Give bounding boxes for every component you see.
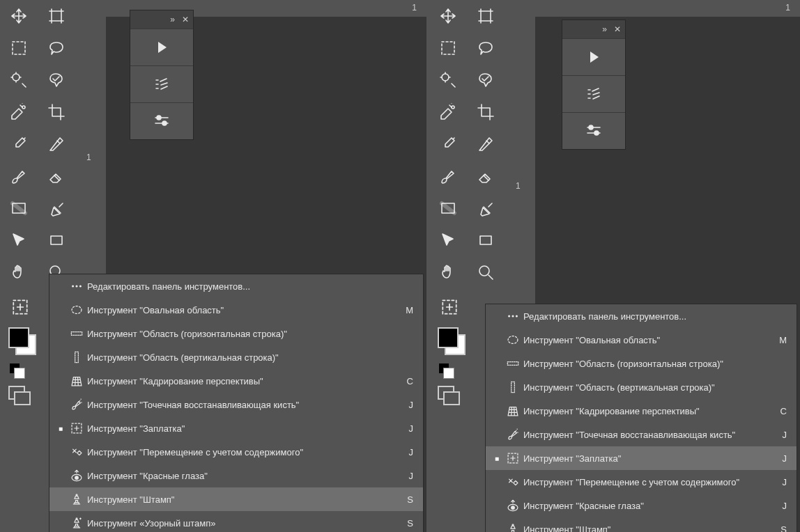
- quick-select-tool[interactable]: [0, 64, 38, 96]
- rect-marquee-tool[interactable]: [429, 32, 467, 64]
- flyout-item[interactable]: Инструмент "Область (вертикальная строка…: [49, 345, 423, 369]
- flyout-item[interactable]: Инструмент "Область (горизонтальная стро…: [49, 322, 423, 345]
- panel-collapse-button[interactable]: »: [170, 15, 175, 24]
- color-swatches[interactable]: [435, 324, 470, 359]
- edit-dots-icon: [66, 279, 87, 293]
- ellipse-marquee-icon: [66, 303, 87, 317]
- rect-marquee-tool[interactable]: [0, 32, 38, 64]
- flyout-item-label: Инструмент "Овальная область": [87, 305, 394, 315]
- crop-tool[interactable]: [38, 96, 75, 128]
- flyout-item[interactable]: ■Инструмент "Заплатка"J: [49, 416, 423, 440]
- patch-icon: [66, 421, 87, 435]
- flyout-item[interactable]: Инструмент "Точечная восстанавливающая к…: [486, 423, 797, 446]
- healing-brush-tool[interactable]: [0, 96, 38, 128]
- eraser-tool[interactable]: [467, 160, 505, 192]
- panel-close-button[interactable]: ✕: [182, 15, 189, 24]
- play-action-button[interactable]: [130, 29, 193, 65]
- flyout-item-shortcut: J: [394, 423, 413, 434]
- panel-collapse-button[interactable]: »: [602, 25, 607, 33]
- quick-select-tool[interactable]: [429, 64, 467, 96]
- col-marquee-icon: [502, 380, 523, 394]
- eraser-tool[interactable]: [38, 160, 75, 192]
- flyout-item-label: Инструмент "Штамп": [87, 494, 394, 505]
- clone-stamp-icon: [66, 492, 87, 506]
- flyout-edit-toolbar[interactable]: Редактировать панель инструментов...: [486, 304, 797, 328]
- play-action-button[interactable]: [562, 38, 625, 75]
- rectangle-shape-tool[interactable]: [38, 224, 75, 256]
- flyout-item-label: Инструмент "Точечная восстанавливающая к…: [523, 430, 767, 440]
- zoom-tool[interactable]: [467, 256, 505, 288]
- ruler-h-tick: 1: [785, 3, 790, 13]
- content-move-icon: [66, 445, 87, 459]
- flyout-item-shortcut: S: [394, 518, 413, 529]
- flyout-item[interactable]: Инструмент "Область (горизонтальная стро…: [486, 352, 797, 375]
- flyout-item-shortcut: C: [767, 406, 787, 416]
- eyedropper-tool[interactable]: [429, 128, 467, 160]
- flyout-item[interactable]: Инструмент "Кадрирование перспективы"C: [49, 369, 423, 393]
- rectangle-shape-tool[interactable]: [467, 224, 505, 256]
- gradient-tool[interactable]: [429, 192, 467, 224]
- flyout-item[interactable]: Инструмент "Кадрирование перспективы"C: [486, 399, 797, 423]
- brush-tool[interactable]: [429, 160, 467, 192]
- spot-heal-icon: [66, 398, 87, 412]
- slice-tool[interactable]: [467, 128, 505, 160]
- brush-tool[interactable]: [0, 160, 38, 192]
- default-colors-button[interactable]: [439, 363, 463, 377]
- crop-tool[interactable]: [467, 96, 505, 128]
- hand-tool[interactable]: [429, 256, 467, 288]
- flyout-item-label: Инструмент "Область (горизонтальная стро…: [523, 359, 767, 369]
- flyout-item[interactable]: Инструмент "Красные глаза"J: [486, 494, 797, 517]
- flyout-edit-toolbar[interactable]: Редактировать панель инструментов...: [49, 274, 423, 298]
- gradient-tool[interactable]: [0, 192, 38, 224]
- spot-heal-icon: [502, 428, 523, 441]
- flyout-item[interactable]: Инструмент "Овальная область"M: [486, 328, 797, 352]
- magic-lasso-tool[interactable]: [38, 64, 75, 96]
- action-options-button[interactable]: [130, 102, 193, 139]
- flyout-item-label: Инструмент "Область (вертикальная строка…: [87, 352, 394, 363]
- flyout-item[interactable]: Инструмент «Узорный штамп»S: [49, 511, 423, 532]
- artboard-tool[interactable]: [38, 0, 75, 32]
- pen-tool[interactable]: [467, 192, 505, 224]
- lasso-tool[interactable]: [467, 32, 505, 64]
- flyout-item-label: Инструмент "Заплатка": [523, 453, 767, 464]
- flyout-item[interactable]: Инструмент "Перемещение с учетом содержи…: [49, 440, 423, 464]
- extra-tools-button[interactable]: [3, 290, 38, 324]
- flyout-item[interactable]: Инструмент "Штамп"S: [486, 517, 797, 532]
- clone-stamp-icon: [502, 522, 523, 532]
- flyout-item-label: Инструмент "Область (горизонтальная стро…: [87, 329, 394, 339]
- healing-brush-tool[interactable]: [429, 96, 467, 128]
- actions-panel[interactable]: »✕: [130, 10, 194, 140]
- move-tool[interactable]: [0, 0, 38, 32]
- flyout-item[interactable]: Инструмент "Перемещение с учетом содержи…: [486, 470, 797, 494]
- panel-close-button[interactable]: ✕: [614, 25, 621, 33]
- hand-tool[interactable]: [0, 256, 38, 288]
- default-colors-button[interactable]: [10, 363, 33, 377]
- path-select-tool[interactable]: [0, 224, 38, 256]
- screen-mode-button[interactable]: [8, 386, 32, 404]
- eyedropper-tool[interactable]: [0, 128, 38, 160]
- flyout-item[interactable]: ■Инструмент "Заплатка"J: [486, 446, 797, 470]
- row-marquee-icon: [502, 357, 523, 370]
- persp-crop-icon: [502, 404, 523, 418]
- actions-panel[interactable]: »✕: [562, 19, 626, 150]
- artboard-tool[interactable]: [467, 0, 505, 32]
- flyout-item-shortcut: C: [394, 376, 413, 386]
- flyout-item-label: Инструмент «Узорный штамп»: [87, 518, 394, 529]
- color-swatches[interactable]: [6, 324, 40, 359]
- lasso-tool[interactable]: [38, 32, 75, 64]
- flyout-item[interactable]: Инструмент "Красные глаза"J: [49, 464, 423, 487]
- extra-tools-button[interactable]: [432, 290, 467, 324]
- action-options-button[interactable]: [562, 112, 625, 149]
- slice-tool[interactable]: [38, 128, 75, 160]
- action-listmode-button[interactable]: [130, 65, 193, 102]
- flyout-item[interactable]: Инструмент "Овальная область"M: [49, 298, 423, 322]
- flyout-item[interactable]: Инструмент "Штамп"S: [49, 487, 423, 511]
- pen-tool[interactable]: [38, 192, 75, 224]
- action-listmode-button[interactable]: [562, 75, 625, 112]
- flyout-item[interactable]: Инструмент "Область (вертикальная строка…: [486, 375, 797, 399]
- screen-mode-button[interactable]: [438, 386, 461, 404]
- move-tool[interactable]: [429, 0, 467, 32]
- flyout-item[interactable]: Инструмент "Точечная восстанавливающая к…: [49, 393, 423, 416]
- magic-lasso-tool[interactable]: [467, 64, 505, 96]
- path-select-tool[interactable]: [429, 224, 467, 256]
